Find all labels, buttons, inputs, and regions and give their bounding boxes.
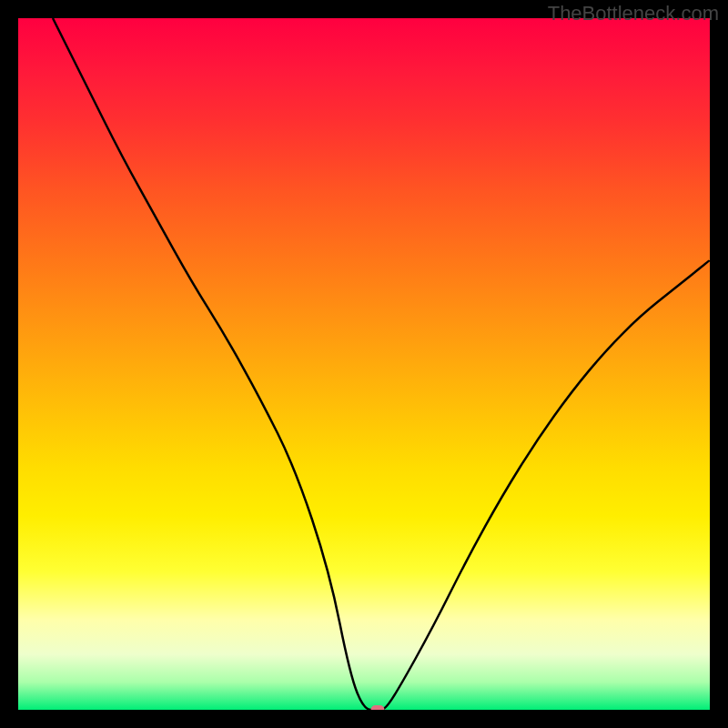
bottleneck-curve [18,18,710,710]
watermark-text: TheBottleneck.com [548,2,719,25]
current-config-marker [371,705,385,710]
plot-area [18,18,710,710]
